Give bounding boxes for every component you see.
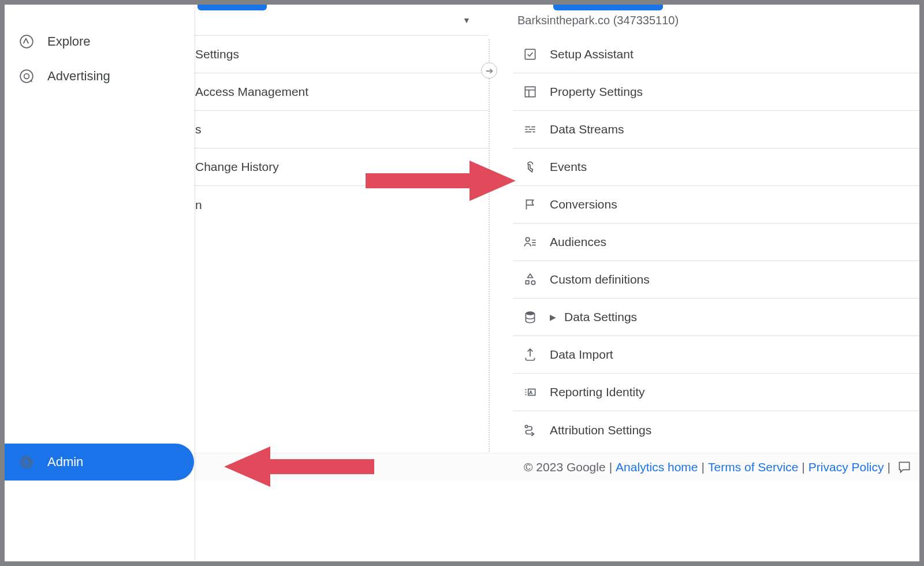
sidebar-item-explore[interactable]: Explore [5, 24, 194, 59]
footer-separator: | [802, 460, 804, 474]
expand-icon: ▶ [550, 312, 556, 322]
prop-row-data-settings[interactable]: ▶ Data Settings [513, 299, 919, 336]
account-row-label: s [195, 122, 202, 136]
account-row-settings[interactable]: Settings [194, 36, 489, 73]
account-row-label: Change History [195, 160, 279, 174]
svg-point-0 [20, 35, 33, 48]
audiences-icon [522, 234, 538, 250]
property-header-label: Barksinthepark.co (347335110) [517, 14, 679, 27]
prop-row-label: Attribution Settings [550, 423, 651, 437]
prop-row-label: Conversions [550, 198, 617, 211]
account-row-label: Access Management [195, 85, 308, 99]
sidebar-item-advertising[interactable]: Advertising [5, 59, 194, 94]
prop-row-label: Property Settings [550, 85, 643, 99]
collapse-account-button[interactable]: ➔ [481, 62, 497, 79]
svg-point-6 [526, 311, 534, 315]
identity-icon [522, 384, 538, 400]
account-row-trash-can[interactable]: n [194, 186, 489, 224]
sidebar-advertising-label: Advertising [47, 69, 110, 84]
footer-separator: | [888, 460, 891, 474]
data-streams-icon [522, 121, 538, 137]
prop-row-custom-definitions[interactable]: Custom definitions [513, 261, 919, 299]
prop-row-label: Reporting Identity [550, 385, 645, 399]
svg-point-8 [525, 425, 527, 427]
prop-row-reporting-identity[interactable]: Reporting Identity [513, 374, 919, 411]
svg-point-5 [526, 237, 530, 241]
footer-separator: | [702, 460, 705, 474]
column-divider [489, 39, 490, 452]
account-blue-accent [198, 5, 267, 10]
tap-icon [522, 159, 538, 175]
footer-link-tos[interactable]: Terms of Service [708, 460, 798, 474]
account-row-label: Settings [195, 47, 239, 61]
prop-row-label: Custom definitions [550, 273, 650, 286]
footer-link-analytics-home[interactable]: Analytics home [616, 460, 698, 474]
svg-rect-4 [525, 87, 535, 96]
svg-rect-3 [525, 49, 535, 59]
arrow-right-icon: ➔ [486, 65, 493, 76]
account-row-label: n [195, 198, 202, 212]
prop-row-label: Events [550, 160, 587, 174]
prop-row-data-streams[interactable]: Data Streams [513, 111, 919, 148]
prop-row-label: Data Settings [564, 310, 637, 324]
prop-row-setup-assistant[interactable]: Setup Assistant [513, 36, 919, 73]
advertising-icon [18, 68, 35, 84]
account-row-access-mgmt[interactable]: Access Management [194, 73, 489, 111]
prop-row-data-import[interactable]: Data Import [513, 336, 919, 374]
left-sidebar: Explore Advertising Admin [5, 5, 194, 561]
sidebar-item-admin[interactable]: Admin [5, 444, 194, 481]
account-row-change-history[interactable]: Change History [194, 148, 489, 186]
chevron-down-icon: ▼ [459, 12, 475, 28]
checkbox-icon [522, 46, 538, 62]
gear-icon [18, 454, 35, 470]
svg-point-2 [24, 74, 29, 79]
prop-row-label: Setup Assistant [550, 47, 634, 61]
sidebar-explore-label: Explore [47, 34, 91, 49]
footer: © 2023 Google | Analytics home | Terms o… [194, 453, 919, 481]
footer-copyright: © 2023 Google [524, 460, 606, 474]
sidebar-admin-label: Admin [47, 455, 83, 470]
footer-link-privacy[interactable]: Privacy Policy [808, 460, 884, 474]
explore-icon [18, 33, 35, 50]
flag-icon [522, 196, 538, 213]
prop-row-conversions[interactable]: Conversions [513, 186, 919, 224]
account-row-filters[interactable]: s [194, 111, 489, 148]
attribution-icon [522, 422, 538, 438]
shapes-icon [522, 271, 538, 288]
svg-point-7 [530, 390, 531, 392]
prop-row-property-settings[interactable]: Property Settings [513, 73, 919, 111]
prop-row-label: Audiences [550, 235, 606, 249]
prop-row-audiences[interactable]: Audiences [513, 224, 919, 261]
prop-row-attribution-settings[interactable]: Attribution Settings [513, 411, 919, 449]
prop-row-label: Data Streams [550, 122, 624, 136]
feedback-icon[interactable] [896, 459, 912, 475]
prop-row-label: Data Import [550, 348, 613, 362]
database-icon [522, 309, 538, 325]
property-blue-accent [553, 5, 663, 10]
upload-icon [522, 347, 538, 363]
layout-icon [522, 84, 538, 100]
prop-row-events[interactable]: Events [513, 148, 919, 186]
footer-separator: | [609, 460, 612, 474]
